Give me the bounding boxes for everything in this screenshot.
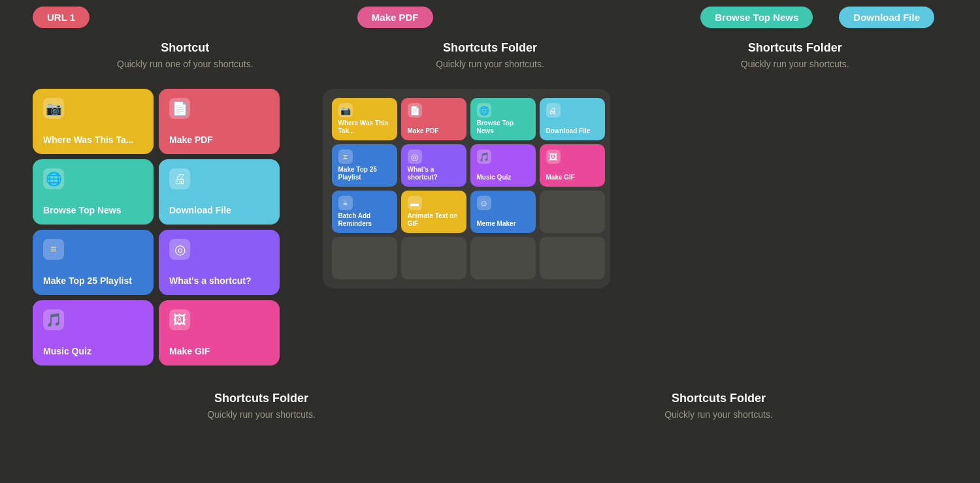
folder-preview: 📷 Where Was This Tak... 📄 Make PDF 🌐 Bro… bbox=[323, 89, 610, 288]
bottom-header-left: Shortcuts Folder Quickly run your shortc… bbox=[33, 392, 490, 420]
sm-reminders-icon: ≡ bbox=[338, 196, 353, 210]
card-make-top25[interactable]: ≡ Make Top 25 Playlist bbox=[33, 230, 154, 295]
sm-label-meme-maker: Meme Maker bbox=[477, 220, 529, 228]
list-icon: ≡ bbox=[43, 239, 64, 260]
sm-label-animate-gif: Animate Text on GIF bbox=[408, 212, 460, 228]
printer-icon: 🖨 bbox=[169, 168, 190, 189]
small-card-empty-5 bbox=[540, 237, 605, 279]
bottom-title-left: Shortcuts Folder bbox=[33, 392, 490, 405]
bottom-subtitle-right: Quickly run your shortcuts. bbox=[490, 409, 947, 420]
bottom-title-right: Shortcuts Folder bbox=[490, 392, 947, 405]
sm-image-icon: 🖼 bbox=[546, 149, 561, 164]
card-label-make-pdf: Make PDF bbox=[169, 134, 269, 145]
card-label-browse-news: Browse Top News bbox=[43, 205, 143, 215]
small-card-empty-1 bbox=[540, 191, 605, 233]
folder-grid: 📷 Where Was This Tak... 📄 Make PDF 🌐 Bro… bbox=[332, 98, 601, 279]
section-headers: Shortcut Quickly run one of your shortcu… bbox=[0, 41, 980, 69]
small-card-make-top25[interactable]: ≡ Make Top 25 Playlist bbox=[332, 144, 397, 187]
sm-label-make-top25: Make Top 25 Playlist bbox=[338, 166, 391, 181]
section-title-left: Shortcut bbox=[33, 41, 338, 55]
small-card-whats-shortcut[interactable]: ◎ What's a shortcut? bbox=[401, 144, 466, 187]
pill-url1[interactable]: URL 1 bbox=[33, 7, 90, 28]
small-card-music-quiz[interactable]: 🎵 Music Quiz bbox=[470, 144, 536, 187]
sm-circle-icon: ◎ bbox=[408, 149, 422, 164]
sm-list-icon: ≡ bbox=[338, 149, 353, 164]
section-subtitle-mid: Quickly run your shortcuts. bbox=[338, 59, 643, 69]
pill-browsenews[interactable]: Browse Top News bbox=[700, 7, 813, 28]
small-card-browse-news[interactable]: 🌐 Browse Top News bbox=[470, 98, 536, 140]
small-card-meme-maker[interactable]: ☺ Meme Maker bbox=[470, 191, 536, 233]
card-label-make-gif: Make GIF bbox=[169, 346, 269, 356]
main-content: 📷 Where Was This Ta... 📄 Make PDF 🌐 Brow… bbox=[0, 89, 980, 366]
image-icon: 🖼 bbox=[169, 309, 190, 330]
section-subtitle-right: Quickly run your shortcuts. bbox=[642, 59, 947, 69]
bottom-subtitle-left: Quickly run your shortcuts. bbox=[33, 409, 490, 420]
sm-meme-icon: ☺ bbox=[477, 196, 491, 210]
small-card-batch-reminders[interactable]: ≡ Batch Add Reminders bbox=[332, 191, 397, 233]
sm-camera-icon: 📷 bbox=[338, 103, 353, 117]
small-card-make-pdf[interactable]: 📄 Make PDF bbox=[401, 98, 466, 140]
card-label-where-was-this: Where Was This Ta... bbox=[43, 134, 143, 145]
small-card-animate-gif[interactable]: ▬ Animate Text on GIF bbox=[401, 191, 466, 233]
sm-label-make-pdf: Make PDF bbox=[408, 127, 460, 135]
shortcut-grid-large: 📷 Where Was This Ta... 📄 Make PDF 🌐 Brow… bbox=[33, 89, 280, 366]
sm-label-whats-shortcut: What's a shortcut? bbox=[408, 166, 460, 181]
section-header-shortcut: Shortcut Quickly run one of your shortcu… bbox=[33, 41, 338, 69]
small-card-download-file[interactable]: 🖨 Download File bbox=[540, 98, 605, 140]
card-label-make-top25: Make Top 25 Playlist bbox=[43, 275, 143, 286]
sm-music-icon: 🎵 bbox=[477, 149, 491, 164]
circle-icon: ◎ bbox=[169, 239, 190, 260]
sm-animate-icon: ▬ bbox=[408, 196, 422, 210]
small-card-make-gif[interactable]: 🖼 Make GIF bbox=[540, 144, 605, 187]
card-make-pdf[interactable]: 📄 Make PDF bbox=[159, 89, 280, 154]
sm-label-where-was-this: Where Was This Tak... bbox=[338, 119, 391, 135]
small-card-empty-3 bbox=[401, 237, 466, 279]
bottom-headers: Shortcuts Folder Quickly run your shortc… bbox=[0, 392, 980, 420]
card-whats-shortcut[interactable]: ◎ What's a shortcut? bbox=[159, 230, 280, 295]
pill-downloadfile[interactable]: Download File bbox=[839, 7, 934, 28]
card-music-quiz[interactable]: 🎵 Music Quiz bbox=[33, 300, 154, 366]
camera-icon: 📷 bbox=[43, 98, 64, 119]
sm-label-music-quiz: Music Quiz bbox=[477, 174, 529, 181]
bottom-header-right: Shortcuts Folder Quickly run your shortc… bbox=[490, 392, 947, 420]
section-header-folder-right: Shortcuts Folder Quickly run your shortc… bbox=[642, 41, 947, 69]
card-label-music-quiz: Music Quiz bbox=[43, 346, 143, 356]
sm-label-download-file: Download File bbox=[546, 127, 598, 135]
small-card-empty-4 bbox=[470, 237, 536, 279]
pill-makepdf[interactable]: Make PDF bbox=[357, 7, 433, 28]
globe-icon: 🌐 bbox=[43, 168, 64, 189]
small-card-empty-2 bbox=[332, 237, 397, 279]
sm-document-icon: 📄 bbox=[408, 103, 422, 117]
sm-label-make-gif: Make GIF bbox=[546, 174, 598, 181]
card-browse-top-news[interactable]: 🌐 Browse Top News bbox=[33, 159, 154, 225]
page: URL 1 Make PDF Browse Top News Download … bbox=[0, 0, 980, 420]
card-download-file[interactable]: 🖨 Download File bbox=[159, 159, 280, 225]
section-title-mid: Shortcuts Folder bbox=[338, 41, 643, 55]
card-label-download-file: Download File bbox=[169, 205, 269, 215]
section-title-right: Shortcuts Folder bbox=[642, 41, 947, 55]
sm-label-browse-news: Browse Top News bbox=[477, 119, 529, 135]
section-header-folder-mid: Shortcuts Folder Quickly run your shortc… bbox=[338, 41, 643, 69]
document-icon: 📄 bbox=[169, 98, 190, 119]
small-card-where-was-this[interactable]: 📷 Where Was This Tak... bbox=[332, 98, 397, 140]
card-where-was-this[interactable]: 📷 Where Was This Ta... bbox=[33, 89, 154, 154]
folder-section-mid: 📷 Where Was This Tak... 📄 Make PDF 🌐 Bro… bbox=[319, 89, 613, 366]
top-pills-row: URL 1 Make PDF Browse Top News Download … bbox=[0, 0, 980, 28]
sm-globe-icon: 🌐 bbox=[477, 103, 491, 117]
sm-label-batch-reminders: Batch Add Reminders bbox=[338, 212, 391, 228]
card-label-whats-shortcut: What's a shortcut? bbox=[169, 275, 269, 286]
sm-printer-icon: 🖨 bbox=[546, 103, 561, 117]
right-section-empty bbox=[653, 89, 947, 366]
section-subtitle-left: Quickly run one of your shortcuts. bbox=[33, 59, 338, 69]
card-make-gif[interactable]: 🖼 Make GIF bbox=[159, 300, 280, 366]
music-icon: 🎵 bbox=[43, 309, 64, 330]
